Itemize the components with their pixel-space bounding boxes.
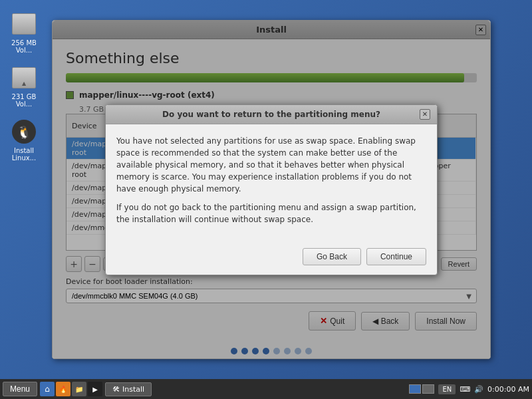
dialog-overlay: Do you want to return to the partitionin… <box>53 21 490 358</box>
taskbar-icon-1[interactable]: ⌂ <box>40 382 55 396</box>
eject-icon <box>12 67 36 88</box>
desktop: 256 MB Vol... 231 GB Vol... 🐧 Install Li… <box>0 0 532 399</box>
taskbar-quick-launch: ⌂ 🔥 📁 ▶ <box>40 382 102 396</box>
language-indicator[interactable]: EN <box>438 384 456 394</box>
continue-button[interactable]: Continue <box>366 248 426 265</box>
desktop-icon-256mb[interactable]: 256 MB Vol... <box>0 7 48 58</box>
taskbar-icon-3-symbol: 📁 <box>75 386 83 393</box>
drive-icon <box>12 13 36 35</box>
dialog-close-button[interactable]: ✕ <box>420 109 430 120</box>
taskbar-install-app[interactable]: 🛠 Install <box>105 382 152 396</box>
taskbar-icon-1-symbol: ⌂ <box>45 384 50 394</box>
taskbar-icon-4-symbol: ▶ <box>92 386 98 393</box>
taskbar-keyboard-icon: ⌨ <box>460 385 470 394</box>
taskbar-icon-4[interactable]: ▶ <box>88 382 102 396</box>
desktop-icon-label-256mb: 256 MB Vol... <box>3 39 45 54</box>
taskbar-time: 0:00:00 AM <box>487 385 529 394</box>
taskbar-right: EN ⌨ 🔊 0:00:00 AM <box>409 384 529 394</box>
taskbar-icon-2[interactable]: 🔥 <box>56 382 70 396</box>
desktop-icon-231gb[interactable]: 231 GB Vol... <box>0 61 48 112</box>
taskbar-app-icon: 🛠 <box>112 385 120 394</box>
taskbar-app-label: Install <box>122 385 144 394</box>
dialog-titlebar: Do you want to return to the partitionin… <box>106 105 437 124</box>
pager-box-2[interactable] <box>422 384 434 394</box>
desktop-icons: 256 MB Vol... 231 GB Vol... 🐧 Install Li… <box>0 7 48 168</box>
volume-icon: 🔊 <box>474 385 483 394</box>
dialog-title: Do you want to return to the partitionin… <box>123 110 420 119</box>
pager-box-1[interactable] <box>409 384 421 394</box>
desktop-icon-label-install: Install Linux... <box>3 147 45 162</box>
workspace-pager <box>409 384 434 394</box>
installer-window: Install ✕ Something else mapper/linux---… <box>52 20 491 359</box>
taskbar-menu-button[interactable]: Menu <box>3 382 37 396</box>
taskbar-icon-2-symbol: 🔥 <box>59 386 67 393</box>
dialog-paragraph1: You have not selected any partitions for… <box>116 135 426 195</box>
taskbar-icon-3[interactable]: 📁 <box>72 382 86 396</box>
desktop-icon-label-231gb: 231 GB Vol... <box>3 93 45 108</box>
go-back-button[interactable]: Go Back <box>303 248 361 265</box>
dialog-body: You have not selected any partitions for… <box>106 124 437 243</box>
linux-icon: 🐧 <box>12 120 36 144</box>
dialog-buttons: Go Back Continue <box>106 243 437 275</box>
dialog-paragraph2: If you do not go back to the partitionin… <box>116 201 426 225</box>
desktop-icon-install-linux[interactable]: 🐧 Install Linux... <box>0 114 48 166</box>
taskbar: Menu ⌂ 🔥 📁 ▶ 🛠 Install EN ⌨ <box>0 379 532 399</box>
swap-dialog: Do you want to return to the partitionin… <box>105 104 438 275</box>
